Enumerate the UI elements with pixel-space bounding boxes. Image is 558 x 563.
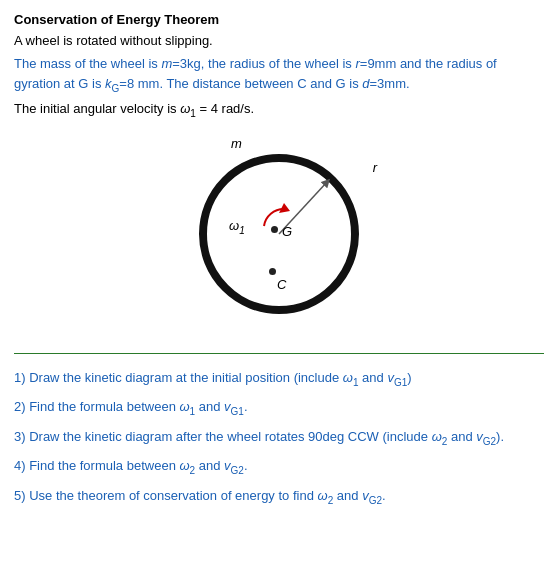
label-r: r	[373, 160, 377, 175]
label-C: C	[277, 277, 286, 292]
diagram-area: m r G ω1 C	[14, 129, 544, 339]
label-G: G	[282, 224, 292, 239]
point-C-dot	[269, 268, 276, 275]
questions-section: 1) Draw the kinetic diagram at the initi…	[14, 366, 544, 510]
question-2: 2) Find the formula between ω1 and vG1.	[14, 395, 544, 421]
page-title: Conservation of Energy Theorem	[14, 12, 544, 27]
divider	[14, 353, 544, 354]
question-1: 1) Draw the kinetic diagram at the initi…	[14, 366, 544, 392]
question-4: 4) Find the formula between ω2 and vG2.	[14, 454, 544, 480]
label-omega: ω1	[229, 218, 245, 236]
question-5: 5) Use the theorem of conservation of en…	[14, 484, 544, 510]
param-line: The mass of the wheel is m=3kg, the radi…	[14, 54, 544, 95]
omega-line: The initial angular velocity is ω1 = 4 r…	[14, 101, 544, 119]
label-m: m	[231, 136, 242, 151]
question-3: 3) Draw the kinetic diagram after the wh…	[14, 425, 544, 451]
subtitle: A wheel is rotated without slipping.	[14, 33, 544, 48]
center-dot-G	[271, 226, 278, 233]
